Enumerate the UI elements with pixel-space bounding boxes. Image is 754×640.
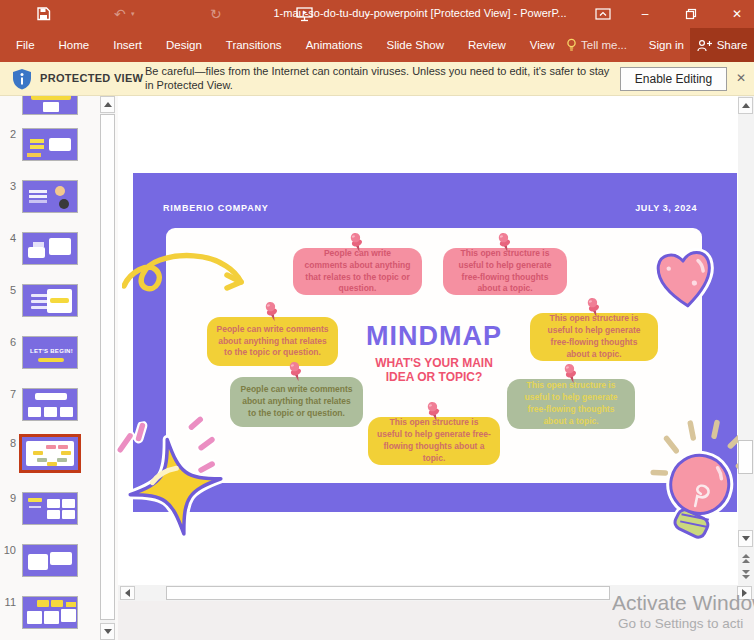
tab-design[interactable]: Design xyxy=(154,39,214,51)
note-text: This open structure is useful to help ge… xyxy=(539,313,649,361)
slide-thumbnail-2[interactable] xyxy=(22,128,78,161)
title-bar: ↶ ▾ ↻ ⌄ 1-mau-so-do-tu-duy-powerpoint [P… xyxy=(0,0,754,28)
share-label: Share xyxy=(717,39,748,51)
slide-date-text: JULY 3, 2024 xyxy=(635,203,697,213)
slide-number: 11 xyxy=(0,596,16,608)
slide-thumbnail-1-partial[interactable] xyxy=(22,96,78,115)
tab-insert[interactable]: Insert xyxy=(101,39,154,51)
slide-number: 7 xyxy=(0,388,16,400)
window-title: 1-mau-so-do-tu-duy-powerpoint [Protected… xyxy=(250,7,590,19)
slide-number: 9 xyxy=(0,492,16,504)
slide-number: 10 xyxy=(0,544,16,556)
tab-home[interactable]: Home xyxy=(47,39,102,51)
scroll-up-icon[interactable] xyxy=(738,97,753,114)
activate-windows-watermark: Activate Windows xyxy=(612,591,754,615)
tab-animations[interactable]: Animations xyxy=(294,39,375,51)
protected-view-message: Be careful—files from the Internet can c… xyxy=(145,65,617,92)
vertical-scrollbar-thumb[interactable] xyxy=(738,440,753,474)
slide-thumbnail-3[interactable] xyxy=(22,180,78,213)
protected-view-label: PROTECTED VIEW xyxy=(40,72,143,84)
undo-dropdown-icon[interactable]: ▾ xyxy=(131,10,135,18)
sign-in-label: Sign in xyxy=(649,39,684,51)
slide-number: 5 xyxy=(0,284,16,296)
panel-scroll-down-icon[interactable] xyxy=(100,623,115,640)
tab-review[interactable]: Review xyxy=(456,39,518,51)
note-text: People can write comments about anything… xyxy=(239,384,354,420)
next-slide-button[interactable] xyxy=(740,567,752,581)
slide-number: 4 xyxy=(0,232,16,244)
note-text: People can write comments about anything… xyxy=(302,248,413,296)
slide-title: MINDMAP xyxy=(352,321,516,352)
note-box-green-right: This open structure is useful to help ge… xyxy=(507,379,635,429)
panel-scroll-up-icon[interactable] xyxy=(100,96,115,113)
slide-thumbnail-7[interactable] xyxy=(22,388,78,421)
slide-thumbnail-6[interactable] xyxy=(22,336,78,369)
note-text: This open structure is useful to help ge… xyxy=(452,248,558,296)
tab-view[interactable]: View xyxy=(518,39,567,51)
slide-subtitle: WHAT'S YOUR MAIN IDEA OR TOPIC? xyxy=(362,357,506,385)
tab-file[interactable]: File xyxy=(4,39,47,51)
activate-windows-watermark-line2: Go to Settings to acti xyxy=(618,616,743,631)
note-box-yellow-left: People can write comments about anything… xyxy=(207,317,338,366)
sign-in-button[interactable]: Sign in xyxy=(649,28,684,62)
star-sticker xyxy=(102,406,257,573)
slide-number: 6 xyxy=(0,336,16,348)
shield-info-icon xyxy=(12,68,32,90)
protected-view-bar: PROTECTED VIEW Be careful—files from the… xyxy=(0,62,754,96)
note-box-green-left: People can write comments about anything… xyxy=(230,377,363,427)
tell-me-label: Tell me... xyxy=(581,39,627,51)
note-text: People can write comments about anything… xyxy=(216,324,329,360)
slide-thumbnail-4[interactable] xyxy=(22,232,78,265)
slide-number: 8 xyxy=(0,437,16,449)
slide-thumbnail-5[interactable] xyxy=(22,284,78,317)
slide-thumbnail-10[interactable] xyxy=(22,544,78,577)
horizontal-scrollbar-thumb[interactable] xyxy=(166,586,610,600)
restore-icon[interactable] xyxy=(674,0,708,28)
note-text: This open structure is useful to help ge… xyxy=(516,380,626,428)
enable-editing-button[interactable]: Enable Editing xyxy=(620,67,727,91)
scroll-down-icon[interactable] xyxy=(738,530,753,547)
ribbon-display-options-icon[interactable] xyxy=(586,0,620,28)
note-box-pink-right: This open structure is useful to help ge… xyxy=(443,248,567,295)
save-icon[interactable] xyxy=(36,6,51,21)
ribbon-tab-bar: File Home Insert Design Transitions Anim… xyxy=(0,28,754,62)
scroll-left-icon[interactable] xyxy=(120,586,135,600)
panel-scrollbar-thumb[interactable] xyxy=(100,114,115,620)
note-box-yellow-right: This open structure is useful to help ge… xyxy=(530,313,658,361)
note-text: This open structure is useful to help ge… xyxy=(377,417,491,465)
heart-sticker xyxy=(644,236,726,323)
close-icon[interactable]: ✕ xyxy=(720,0,754,28)
slide-company-text: RIMBERIO COMPANY xyxy=(163,203,269,213)
infobar-close-icon[interactable]: ✕ xyxy=(736,71,746,85)
slide-thumbnail-9[interactable] xyxy=(22,492,78,525)
lightbulb-icon xyxy=(566,38,577,53)
slide-number: 3 xyxy=(0,180,16,192)
note-box-yellow-bottom: This open structure is useful to help ge… xyxy=(368,417,500,465)
tab-slide-show[interactable]: Slide Show xyxy=(375,39,457,51)
tell-me-box[interactable]: Tell me... xyxy=(566,28,627,62)
tab-transitions[interactable]: Transitions xyxy=(214,39,294,51)
arrow-doodle xyxy=(122,246,254,312)
previous-slide-button[interactable] xyxy=(740,551,752,565)
slide-number: 2 xyxy=(0,128,16,140)
ribbon-tabs: File Home Insert Design Transitions Anim… xyxy=(4,28,567,62)
redo-icon[interactable]: ↻ xyxy=(210,6,222,22)
powerpoint-window: ↶ ▾ ↻ ⌄ 1-mau-so-do-tu-duy-powerpoint [P… xyxy=(0,0,754,640)
share-button[interactable]: Share xyxy=(690,28,754,62)
vertical-scrollbar[interactable] xyxy=(738,96,754,601)
minimize-icon[interactable]: – xyxy=(628,0,662,28)
slide-thumbnail-11[interactable] xyxy=(22,596,78,629)
note-box-pink-left: People can write comments about anything… xyxy=(293,248,422,295)
share-person-icon xyxy=(697,39,712,52)
undo-icon[interactable]: ↶ xyxy=(114,6,126,22)
slide-thumbnail-8-selected[interactable] xyxy=(19,434,81,473)
